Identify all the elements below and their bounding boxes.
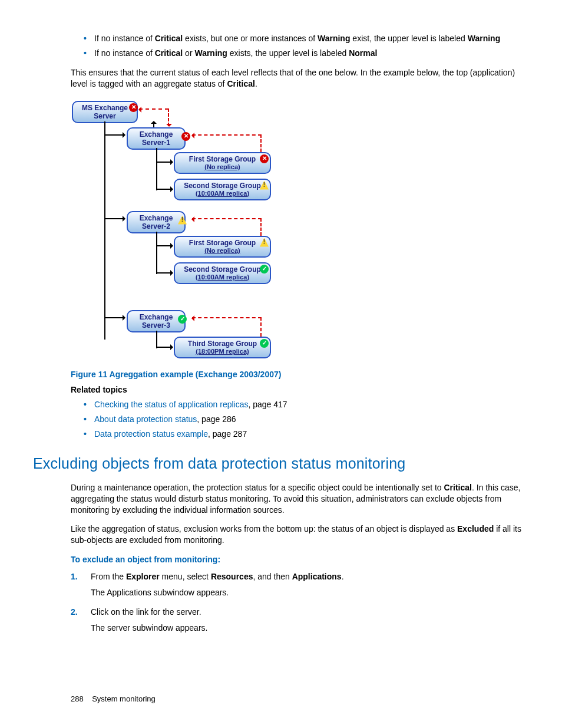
related-topics-heading: Related topics [71,384,529,396]
aggregation-diagram: MS ExchangeServer ✕ ExchangeServer-1 ✕ F… [71,98,277,363]
node-server-2: ExchangeServer-2 ! [127,211,186,234]
related-link[interactable]: Checking the status of application repli… [94,400,248,409]
status-ok-icon: ✓ [260,339,269,348]
bullet-item: If no instance of Critical exists, but o… [84,33,529,44]
aggregation-arrow [192,134,262,136]
aggregation-arrow [139,108,168,110]
related-topic-item: Data protection status example, page 287 [84,429,529,440]
connector [156,272,173,274]
aggregation-arrow [192,317,262,318]
status-warning-icon: ! [178,216,187,225]
figure-caption: Figure 11 Agreggation example (Exchange … [71,369,529,380]
connector [104,218,125,219]
top-bullets: If no instance of Critical exists, but o… [71,33,529,59]
node-storage-group: Second Storage Group(10:00AM replica) ✓ [174,262,271,285]
aggregation-arrow [260,218,262,236]
connector [156,162,173,163]
aggregation-arrow [260,134,262,152]
connector [104,134,125,136]
bullet-item: If no instance of Critical or Warning ex… [84,48,529,59]
connector [156,347,173,348]
procedure-steps: From the Explorer menu, select Resources… [71,571,529,634]
status-ok-icon: ✓ [260,265,269,274]
aggregation-arrow [260,317,262,337]
related-link[interactable]: Data protection status example [94,429,208,439]
status-warning-icon: ! [260,238,269,247]
node-root: MS ExchangeServer ✕ [72,101,138,124]
intro-paragraph: This ensures that the current status of … [71,67,529,90]
node-storage-group: First Storage Group(No replica) ✕ [174,152,271,174]
connector [156,232,157,274]
connector [104,121,105,340]
connector [156,245,173,246]
status-critical-icon: ✕ [260,154,269,163]
section-heading: Excluding objects from data protection s… [33,454,529,474]
body-paragraph: Like the aggregation of status, exclusio… [71,523,529,546]
connector [156,148,157,190]
procedure-heading: To exclude an object from monitoring: [71,554,529,565]
status-warning-icon: ! [260,181,269,190]
related-topic-item: About data protection status, page 286 [84,414,529,425]
connector [156,331,157,348]
node-storage-group: First Storage Group(No replica) ! [174,236,271,258]
step-item: From the Explorer menu, select Resources… [71,571,529,598]
related-link[interactable]: About data protection status [94,414,197,424]
related-topic-item: Checking the status of application repli… [84,399,529,410]
connector [104,317,125,318]
aggregation-arrow [192,218,262,219]
connector [156,189,173,190]
node-server-1: ExchangeServer-1 ✕ [127,127,186,150]
step-result: The Applications subwindow appears. [91,587,529,598]
related-topics-list: Checking the status of application repli… [71,399,529,440]
aggregation-arrow [168,108,169,126]
node-storage-group: Second Storage Group(10:00AM replica) ! [174,179,271,201]
body-paragraph: During a maintenance operation, the prot… [71,482,529,516]
step-result: The server subwindow appears. [91,622,529,634]
node-server-3: ExchangeServer-3 ✓ [127,310,186,333]
node-storage-group: Third Storage Group(18:00PM replica) ✓ [174,337,271,359]
step-item: Click on the link for the server. The se… [71,607,529,634]
status-ok-icon: ✓ [178,315,187,324]
